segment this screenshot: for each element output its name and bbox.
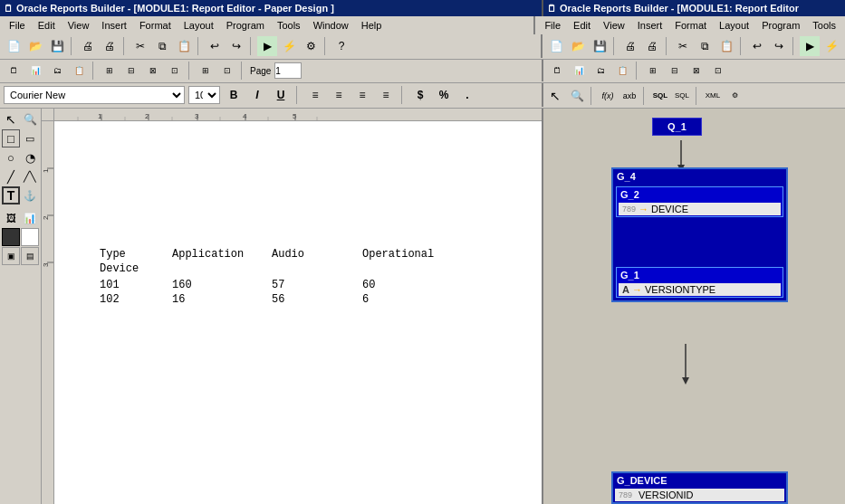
undo-btn[interactable]: ↩ [205,36,225,56]
pointer-tool[interactable]: ↖ [2,110,20,128]
align-justify-btn[interactable]: ≡ [376,86,396,104]
italic-btn[interactable]: I [247,86,267,104]
r-zoom-btn1[interactable]: ⊞ [643,61,663,81]
view-btn1[interactable]: 🗒 [4,61,24,81]
g2-group[interactable]: G_2 789 → DEVICE [616,186,783,217]
magnify-tool[interactable]: 🔍 [567,86,587,106]
save-btn[interactable]: 💾 [47,36,67,56]
zoom-btn2[interactable]: ⊟ [121,61,141,81]
menu-file-left[interactable]: File [4,18,31,33]
menu-insert-right[interactable]: Insert [632,18,668,33]
select-tool[interactable]: ↖ [545,86,565,106]
polyline-tool[interactable]: ╱╲ [21,167,39,185]
zoom-btn3[interactable]: ⊠ [143,61,163,81]
text-tool[interactable]: T [2,186,20,204]
color2-tool[interactable] [21,228,39,246]
line-tool[interactable]: ╱ [2,167,20,185]
menu-view-right[interactable]: View [598,18,630,33]
menu-file-right[interactable]: File [539,18,566,33]
r-zoom-btn3[interactable]: ⊠ [687,61,706,81]
r-paste-btn[interactable]: 📋 [716,36,736,56]
roundrect-tool[interactable]: ▭ [21,129,39,147]
color1-tool[interactable] [2,228,20,246]
q1-node[interactable]: Q_1 [652,118,702,136]
g-device-versionid-field[interactable]: 789 VERSIONID [615,489,784,501]
page-input[interactable] [274,62,302,79]
r-undo-btn[interactable]: ↩ [747,36,767,56]
r-new-btn[interactable]: 📄 [546,36,566,56]
arc-tool[interactable]: ◔ [21,148,39,166]
menu-tools-left[interactable]: Tools [272,18,306,33]
view-btn2[interactable]: 📊 [25,61,45,81]
sql-tool2[interactable]: SQL [672,86,692,106]
g4-group[interactable]: G_4 G_2 789 → DEVICE G_1 [611,167,788,302]
color3-tool[interactable]: ▣ [2,247,20,265]
run-btn[interactable]: ▶ [257,36,277,56]
align-left-btn[interactable]: ≡ [305,86,325,104]
r-print-btn[interactable]: 🖨 [620,36,640,56]
menu-format-left[interactable]: Format [134,18,177,33]
view-btn3[interactable]: 🗂 [47,61,67,81]
menu-layout-right[interactable]: Layout [714,18,754,33]
g1-group[interactable]: G_1 A → VERSIONTYPE [616,267,783,298]
snap-btn[interactable]: ⊡ [217,61,237,81]
r-redo-btn[interactable]: ↪ [769,36,789,56]
view-btn4[interactable]: 📋 [69,61,89,81]
anchor-tool[interactable]: ⚓ [21,186,39,204]
grid-btn[interactable]: ⊞ [196,61,216,81]
r-zoom-btn2[interactable]: ⊟ [665,61,685,81]
r-copy-btn[interactable]: ⧉ [695,36,715,56]
g1-versiontype-field[interactable]: A → VERSIONTYPE [619,283,781,296]
menu-program-left[interactable]: Program [221,18,270,33]
comma-btn[interactable]: . [457,86,477,104]
g-device-group[interactable]: G_DEVICE 789 VERSIONID [611,471,788,504]
r-zoom-btn4[interactable]: ⊡ [708,61,728,81]
open-btn[interactable]: 📂 [25,36,45,56]
menu-format-right[interactable]: Format [669,18,712,33]
r-save-btn[interactable]: 💾 [590,36,610,56]
menu-layout-left[interactable]: Layout [178,18,219,33]
menu-edit-right[interactable]: Edit [568,18,596,33]
zoom-tool[interactable]: 🔍 [21,110,39,128]
ellipse-tool[interactable]: ○ [2,148,20,166]
print-btn[interactable]: 🖨 [78,36,98,56]
percent-btn[interactable]: % [434,86,454,104]
r-run-btn[interactable]: ▶ [800,36,820,56]
sql-tool1[interactable]: SQL [650,86,670,106]
print2-btn[interactable]: 🖨 [100,36,120,56]
r-run2-btn[interactable]: ⚡ [821,36,841,56]
formula-tool[interactable]: f(x) [598,86,618,106]
alpha-tool[interactable]: axb [619,86,639,106]
r-cut-btn[interactable]: ✂ [673,36,693,56]
r-print2-btn[interactable]: 🖨 [642,36,662,56]
color4-tool[interactable]: ▤ [21,247,39,265]
image-tool[interactable]: 🖼 [2,209,20,227]
help-btn[interactable]: ? [331,36,351,56]
underline-btn[interactable]: U [271,86,291,104]
rect-tool[interactable]: □ [2,129,20,147]
xml-tool1[interactable]: XML [703,86,723,106]
dollar-btn[interactable]: $ [410,86,430,104]
new-btn[interactable]: 📄 [4,36,24,56]
r-open-btn[interactable]: 📂 [568,36,588,56]
align-right-btn[interactable]: ≡ [352,86,372,104]
r-view-btn2[interactable]: 📊 [569,61,589,81]
xml-tool2[interactable]: ⚙ [725,86,744,106]
font-name-select[interactable]: Courier New [4,86,185,104]
menu-insert-left[interactable]: Insert [96,18,132,33]
r-view-btn3[interactable]: 🗂 [591,61,610,81]
menu-help-left[interactable]: Help [356,18,388,33]
cut-btn[interactable]: ✂ [130,36,150,56]
r-view-btn1[interactable]: 🗒 [547,61,567,81]
r-view-btn4[interactable]: 📋 [612,61,632,81]
align-center-btn[interactable]: ≡ [329,86,349,104]
zoom-btn1[interactable]: ⊞ [100,61,120,81]
run2-btn[interactable]: ⚡ [279,36,299,56]
menu-window-left[interactable]: Window [308,18,354,33]
g2-device-field[interactable]: 789 → DEVICE [619,203,781,215]
font-size-select[interactable]: 10 [188,86,220,104]
paste-btn[interactable]: 📋 [174,36,194,56]
menu-tools-right[interactable]: Tools [807,18,841,33]
run3-btn[interactable]: ⚙ [301,36,321,56]
bold-btn[interactable]: B [224,86,244,104]
